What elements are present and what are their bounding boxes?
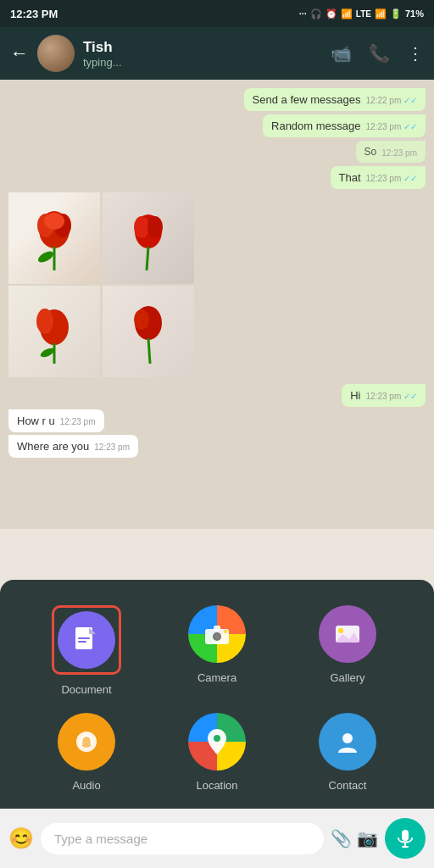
location-label: Location xyxy=(196,779,237,792)
message-text: Hi xyxy=(350,389,360,402)
back-button[interactable]: ← xyxy=(10,42,29,64)
battery-icon: 🔋 xyxy=(390,8,402,19)
message-time: 12:22 pm ✓✓ xyxy=(366,96,417,105)
location-circle xyxy=(188,713,246,771)
message-text: Send a few messages xyxy=(253,93,361,106)
message-bubble-received: Where are you 12:23 pm xyxy=(8,435,138,458)
message-time: 12:23 pm xyxy=(381,148,417,158)
svg-point-25 xyxy=(224,630,227,633)
image-grid xyxy=(8,192,195,377)
attach-item-camera[interactable]: Camera xyxy=(188,605,246,696)
document-label: Document xyxy=(61,683,111,696)
image-cell-3[interactable] xyxy=(8,286,100,377)
attach-item-contact[interactable]: Contact xyxy=(319,713,376,792)
message-text: How r u xyxy=(17,415,55,427)
input-bar: 😊 Type a message 📎 📷 xyxy=(0,809,434,868)
message-text: Random message xyxy=(271,120,361,132)
contact-status: typing... xyxy=(83,56,322,69)
rose-image-2 xyxy=(103,192,194,284)
message-placeholder: Type a message xyxy=(54,832,147,846)
camera-input-icon[interactable]: 📷 xyxy=(357,828,378,849)
message-text: That xyxy=(339,171,361,184)
svg-point-5 xyxy=(36,249,55,265)
rose-image-3 xyxy=(8,286,100,377)
svg-rect-20 xyxy=(78,641,86,643)
attach-item-audio[interactable]: Audio xyxy=(58,713,115,792)
status-bar: 12:23 PM ··· 🎧 ⏰ 📶 LTE 📶 🔋 71% xyxy=(0,0,434,27)
audio-call-button[interactable]: 📞 xyxy=(369,43,390,64)
camera-circle xyxy=(188,605,246,663)
signal-icon: ··· xyxy=(299,8,307,19)
header-icons: 📹 📞 ⋮ xyxy=(331,43,424,64)
contact-label: Contact xyxy=(329,779,367,792)
svg-rect-19 xyxy=(78,637,90,639)
message-bubble: Send a few messages 12:22 pm ✓✓ xyxy=(244,88,426,111)
emoji-button[interactable]: 😊 xyxy=(8,826,34,850)
network-icon: 📶 xyxy=(341,8,353,19)
message-text: So xyxy=(364,146,377,158)
rose-image-4 xyxy=(103,286,194,377)
message-bubble: Hi 12:23 pm ✓✓ xyxy=(342,384,426,407)
document-highlight-border xyxy=(52,605,121,675)
attach-icon[interactable]: 📎 xyxy=(331,828,352,849)
messages-container: Send a few messages 12:22 pm ✓✓ Random m… xyxy=(0,80,434,529)
headphone-icon: 🎧 xyxy=(310,8,322,19)
message-time: 12:23 pm ✓✓ xyxy=(366,392,417,401)
message-bubble: That 12:23 pm ✓✓ xyxy=(331,166,426,189)
status-time: 12:23 PM xyxy=(10,8,58,20)
status-icons: ··· 🎧 ⏰ 📶 LTE 📶 🔋 71% xyxy=(299,8,424,19)
message-input[interactable]: Type a message xyxy=(41,823,324,854)
rose-image-1 xyxy=(8,192,100,284)
attach-grid: Document Camera xyxy=(25,605,409,792)
svg-point-24 xyxy=(214,634,220,639)
attach-item-document[interactable]: Document xyxy=(52,605,121,696)
message-time: 12:23 pm xyxy=(60,417,96,426)
message-time: 12:23 pm xyxy=(94,442,130,452)
gallery-circle xyxy=(319,605,376,663)
avatar[interactable] xyxy=(37,35,75,72)
menu-button[interactable]: ⋮ xyxy=(407,43,424,64)
mic-button[interactable] xyxy=(385,818,426,859)
message-bubble-received: How r u 12:23 pm xyxy=(8,409,104,432)
svg-point-34 xyxy=(342,733,353,743)
attach-item-location[interactable]: Location xyxy=(188,713,246,792)
contact-circle xyxy=(319,713,376,771)
svg-point-11 xyxy=(36,309,53,334)
image-cell-2[interactable] xyxy=(103,192,194,284)
svg-rect-35 xyxy=(402,830,409,841)
svg-point-8 xyxy=(147,216,163,238)
svg-line-16 xyxy=(148,338,150,364)
battery-level: 71% xyxy=(405,8,424,19)
chat-area: Send a few messages 12:22 pm ✓✓ Random m… xyxy=(0,80,434,529)
message-time: 12:23 pm ✓✓ xyxy=(366,174,417,183)
alarm-icon: ⏰ xyxy=(326,8,337,19)
avatar-image xyxy=(37,35,75,72)
svg-point-7 xyxy=(134,216,149,238)
audio-circle xyxy=(58,713,115,771)
wifi-icon: 📶 xyxy=(375,8,387,19)
svg-point-15 xyxy=(134,309,149,330)
input-right-icons: 📎 📷 xyxy=(331,828,378,849)
document-circle xyxy=(58,611,115,669)
attach-item-gallery[interactable]: Gallery xyxy=(319,605,376,696)
gallery-label: Gallery xyxy=(330,671,364,684)
svg-point-33 xyxy=(214,735,220,742)
contact-name[interactable]: Tish xyxy=(83,39,322,56)
contact-info: Tish typing... xyxy=(83,39,322,69)
video-call-button[interactable]: 📹 xyxy=(331,43,352,64)
svg-point-3 xyxy=(44,213,64,230)
message-bubble: Random message 12:23 pm ✓✓ xyxy=(263,114,426,137)
message-bubble: So 12:23 pm xyxy=(356,141,426,163)
image-cell-4[interactable] xyxy=(103,286,194,377)
lte-icon: LTE xyxy=(356,9,371,19)
chat-header: ← Tish typing... 📹 📞 ⋮ xyxy=(0,27,434,80)
svg-marker-18 xyxy=(89,627,96,634)
camera-label: Camera xyxy=(198,671,236,684)
audio-label: Audio xyxy=(72,779,100,792)
image-cell-1[interactable] xyxy=(8,192,100,284)
svg-rect-22 xyxy=(214,626,220,631)
svg-line-9 xyxy=(147,247,148,270)
message-text: Where are you xyxy=(17,440,89,453)
svg-point-28 xyxy=(338,628,343,633)
message-time: 12:23 pm ✓✓ xyxy=(366,122,417,131)
